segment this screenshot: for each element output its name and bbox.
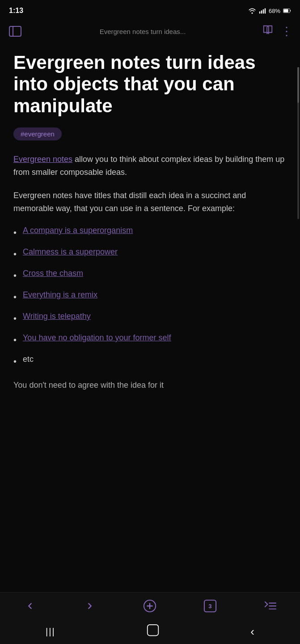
bullet-dot: • — [13, 290, 17, 304]
notes-badge-icon: 3 — [203, 599, 217, 613]
wifi-icon — [248, 8, 256, 14]
list-item: • Cross the chasm — [13, 269, 287, 282]
list-item: • Everything is a remix — [13, 290, 287, 304]
list-link-obligation[interactable]: You have no obligation to your former se… — [23, 333, 171, 343]
list-link-chasm[interactable]: Cross the chasm — [23, 269, 83, 278]
add-button[interactable] — [140, 596, 160, 616]
svg-rect-2 — [263, 9, 264, 14]
main-content: Evergreen notes turn ideas into objects … — [0, 43, 300, 405]
menu-button[interactable] — [260, 596, 280, 616]
tag-container: #evergreen — [13, 127, 287, 140]
status-icons: 68% — [248, 8, 291, 14]
sidebar-toggle-button[interactable] — [7, 23, 23, 39]
svg-rect-5 — [283, 9, 288, 13]
list-item: • You have no obligation to your former … — [13, 333, 287, 347]
list-link-superorganism[interactable]: A company is a superorganism — [23, 226, 133, 235]
list-link-calmness[interactable]: Calmness is a superpower — [23, 247, 118, 257]
back-nav-button[interactable]: ‹ — [250, 625, 254, 639]
more-options-button[interactable]: ⋮ — [281, 25, 293, 38]
bullet-list: • A company is a superorganism • Calmnes… — [13, 226, 287, 368]
svg-rect-14 — [148, 625, 159, 636]
system-nav-bar: ||| ‹ — [0, 619, 300, 644]
nav-bar: Evergreen notes turn ideas... ⋮ — [0, 20, 300, 43]
page-title: Evergreen notes turn ideas into objects … — [13, 52, 287, 117]
list-item: • Writing is telepathy — [13, 312, 287, 325]
back-button[interactable] — [20, 596, 40, 616]
bullet-dot: • — [13, 312, 17, 325]
sidebar-icon — [9, 25, 21, 38]
forward-button[interactable] — [80, 596, 100, 616]
notes-count-button[interactable]: 3 — [200, 596, 220, 616]
bullet-dot: • — [13, 226, 17, 239]
tag-evergreen[interactable]: #evergreen — [13, 127, 62, 140]
svg-rect-1 — [261, 10, 262, 13]
battery-icon — [283, 8, 291, 13]
book-icon — [262, 25, 274, 35]
bullet-dot: • — [13, 355, 17, 368]
battery-text: 68% — [269, 8, 280, 14]
svg-rect-3 — [265, 8, 266, 13]
list-text-etc: etc — [23, 355, 34, 364]
paragraph-2: Evergreen notes have titles that distill… — [13, 189, 287, 215]
partial-text: You don't need to agree with the idea fo… — [13, 379, 287, 396]
list-item: • Calmness is a superpower — [13, 247, 287, 261]
nav-title: Evergreen notes turn ideas... — [28, 28, 258, 35]
plus-circle-icon — [143, 599, 156, 613]
svg-rect-0 — [259, 12, 260, 14]
bullet-dot: • — [13, 247, 17, 261]
nav-right-icons: ⋮ — [262, 25, 293, 38]
list-item-etc: • etc — [13, 355, 287, 368]
book-icon-button[interactable] — [262, 25, 274, 38]
home-circle-icon — [147, 624, 159, 636]
chevron-right-icon — [85, 601, 95, 611]
evergreen-notes-link[interactable]: Evergreen notes — [13, 155, 72, 164]
bullet-dot: • — [13, 269, 17, 282]
status-bar: 1:13 68% — [0, 0, 300, 20]
list-link-telepathy[interactable]: Writing is telepathy — [23, 312, 91, 321]
recent-apps-button[interactable]: ||| — [46, 627, 55, 637]
outline-list-icon — [263, 600, 277, 612]
bottom-toolbar: 3 — [0, 592, 300, 619]
svg-text:3: 3 — [208, 602, 211, 609]
bullet-dot: • — [13, 333, 17, 347]
list-link-remix[interactable]: Everything is a remix — [23, 290, 97, 300]
signal-icon — [259, 8, 266, 14]
home-button[interactable] — [147, 624, 159, 639]
paragraph-1: Evergreen notes allow you to think about… — [13, 153, 287, 179]
list-item: • A company is a superorganism — [13, 226, 287, 239]
chevron-left-icon — [25, 601, 35, 611]
status-time: 1:13 — [9, 7, 23, 15]
svg-rect-6 — [9, 26, 21, 36]
